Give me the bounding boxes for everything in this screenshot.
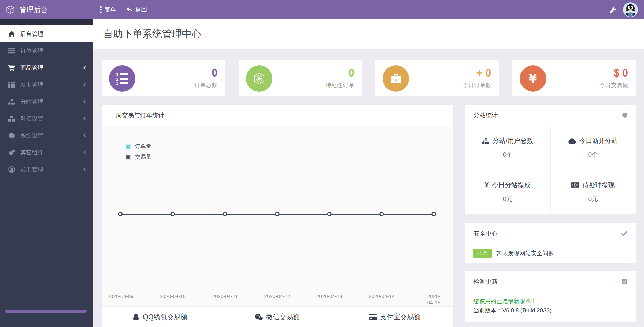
sidebar-item[interactable]: 发卡管理 <box>0 76 93 93</box>
stat-card: + 0 今日订单数 <box>375 60 499 96</box>
substation-panel-title: 分站统计 <box>473 111 498 119</box>
cart-icon <box>8 64 15 71</box>
alipay-card-icon <box>369 314 377 320</box>
home-icon <box>8 30 15 37</box>
topbar-right <box>609 2 644 17</box>
sidebar-top-strip <box>0 19 93 25</box>
sidebar-item-label: 员工管理 <box>20 166 43 173</box>
stat-value: + 0 <box>463 68 491 79</box>
x-axis-label: 2020-04-11 <box>212 293 238 300</box>
chevron-left-icon <box>83 83 87 86</box>
right-column: 分站统计 分站/用户总数 0个 <box>465 105 636 322</box>
cloud-icon <box>568 138 576 144</box>
stat-label: 订单总数 <box>195 81 218 89</box>
substation-cell: 分站/用户总数 0个 <box>465 126 551 170</box>
legend-item[interactable]: 订单量 <box>126 143 151 150</box>
grid-icon <box>8 81 15 88</box>
cube-logo-icon <box>6 5 15 14</box>
security-panel: 安全中心 正常 暂未发现网站安全问题 <box>465 223 636 263</box>
sitemap-icon <box>8 98 15 105</box>
substation-cell: 待处理提现 0元 <box>551 170 636 214</box>
check-icon <box>621 231 627 236</box>
stat-value: 0 <box>195 68 218 79</box>
sidebar-item[interactable]: 后台管理 <box>0 25 93 42</box>
stat-card: 123 0 订单总数 <box>102 60 225 96</box>
x-axis-label: 2020-04-15 <box>424 293 443 306</box>
sidebar-scroll-handle[interactable] <box>5 310 87 313</box>
page-title: 自助下单系统管理中心 <box>103 27 201 41</box>
user-icon <box>8 166 15 173</box>
stat-icon-circle <box>246 65 272 92</box>
chevron-left-icon <box>83 116 87 120</box>
sidebar-item[interactable]: 对接设置 <box>0 110 93 127</box>
sidebar: 后台管理 订单管理 商品管理 发卡管理 分站管理 对接设置 <box>0 19 93 327</box>
hex-gear-icon <box>252 72 266 85</box>
avatar[interactable] <box>623 2 638 17</box>
chart-title: 一周交易与订单统计 <box>110 111 164 119</box>
title-band: 自助下单系统管理中心 <box>93 19 644 49</box>
data-point-marker[interactable] <box>223 212 227 216</box>
topbar: 管理后台 菜单 返回 <box>0 0 644 19</box>
substation-cell-label: 今日分站提成 <box>492 181 531 190</box>
footer-metric[interactable]: 微信交易额 <box>219 307 336 327</box>
sidebar-item-label: 发卡管理 <box>20 81 43 89</box>
legend-item[interactable]: 交易量 <box>126 154 151 161</box>
substation-cell-value: 0元 <box>588 195 598 203</box>
sidebar-item[interactable]: 其它组件 <box>0 144 93 161</box>
data-point-marker[interactable] <box>275 212 279 216</box>
line-chart: 订单量 交易量 2020-04-092020-04-102020-04-1120… <box>102 126 453 306</box>
x-axis-label: 2020-04-12 <box>264 293 290 300</box>
stat-value: $ 0 <box>599 68 628 79</box>
sidebar-item-label: 后台管理 <box>20 30 43 38</box>
stat-value: 0 <box>326 68 354 79</box>
brand-title: 管理后台 <box>19 5 48 15</box>
sidebar-item[interactable]: 分站管理 <box>0 93 93 110</box>
chart-legend: 订单量 交易量 <box>126 143 151 161</box>
back-button[interactable]: 返回 <box>126 6 147 14</box>
stat-icon-circle: ¥ <box>520 65 546 92</box>
cubes-icon <box>8 115 15 122</box>
brand[interactable]: 管理后台 <box>0 5 93 15</box>
footer-metric[interactable]: QQ钱包交易额 <box>102 307 219 327</box>
sitemap-dark-icon <box>482 138 489 144</box>
stat-card: 0 待处理订单 <box>239 60 362 96</box>
update-panel-title: 检测更新 <box>473 278 498 286</box>
chevron-left-icon <box>83 66 87 69</box>
legend-swatch <box>126 144 131 149</box>
sidebar-item-label: 系统设置 <box>20 132 43 139</box>
main-content: 自助下单系统管理中心 123 0 订单总数 0 <box>93 19 644 327</box>
footer-metric[interactable]: 支付宝交易额 <box>336 307 453 327</box>
data-point-marker[interactable] <box>431 212 436 216</box>
substation-panel: 分站统计 分站/用户总数 0个 <box>465 105 636 214</box>
reply-arrow-icon <box>126 7 133 13</box>
sidebar-item[interactable]: 系统设置 <box>0 127 93 144</box>
chart-panel-footer: QQ钱包交易额 微信交易额 支付宝交易额 <box>102 306 453 327</box>
yen-text-icon: ¥ <box>485 181 489 189</box>
stat-cards-row: 123 0 订单总数 0 待处理订单 <box>102 60 636 96</box>
legend-label: 交易量 <box>135 154 151 161</box>
sidebar-item-label: 对接设置 <box>20 115 43 123</box>
sidebar-item[interactable]: 员工管理 <box>0 161 93 178</box>
sidebar-item[interactable]: 商品管理 <box>0 59 93 76</box>
chart-panel: 一周交易与订单统计 订单量 交易量 <box>102 105 453 327</box>
update-panel: 检测更新 您使用的已是最新版本！ 当前版本：V6.0.8 (Build 2033… <box>465 271 636 322</box>
sidebar-item-label: 分站管理 <box>20 98 43 106</box>
list-icon <box>8 47 15 54</box>
data-point-marker[interactable] <box>171 212 175 216</box>
sidebar-item-label: 其它组件 <box>20 149 43 156</box>
top-nav: 菜单 返回 <box>99 6 147 14</box>
sidebar-item[interactable]: 订单管理 <box>0 42 93 59</box>
stat-label: 待处理订单 <box>326 81 354 89</box>
chevron-left-icon <box>83 133 87 137</box>
data-point-marker[interactable] <box>379 212 384 216</box>
chevron-left-icon <box>83 167 87 171</box>
data-point-marker[interactable] <box>118 212 123 216</box>
wrench-icon[interactable] <box>609 6 616 13</box>
yen-icon: ¥ <box>529 72 537 85</box>
stat-icon-circle: 123 <box>109 65 135 92</box>
data-point-marker[interactable] <box>327 212 332 216</box>
menu-toggle-button[interactable]: 菜单 <box>99 6 116 14</box>
legend-swatch <box>126 155 131 160</box>
stat-card: ¥ $ 0 今日交易额 <box>512 60 636 96</box>
substation-cell: 今日新开分站 0个 <box>551 126 636 170</box>
